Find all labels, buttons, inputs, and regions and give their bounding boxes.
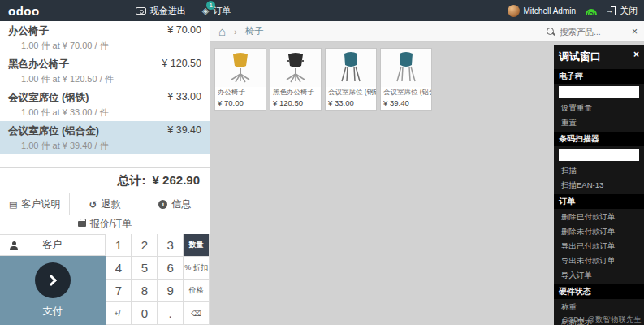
- pay-label: 支付: [43, 305, 63, 318]
- briefcase-icon: [78, 221, 86, 227]
- orderline-name: 会议室席位 (铝合金): [8, 124, 99, 138]
- order-line[interactable]: 黑色办公椅子¥ 120.50 1.00 件 at ¥ 120.50 / 件: [0, 54, 210, 88]
- debug-section-hardware-status: 硬件状态: [554, 284, 644, 299]
- customer-button[interactable]: 客户: [0, 234, 106, 256]
- order-panel: 办公椅子¥ 70.00 1.00 件 at ¥ 70.00 / 件 黑色办公椅子…: [0, 21, 210, 325]
- debug-import-orders-button[interactable]: 导入订单: [559, 268, 639, 283]
- refund-label: 退款: [102, 197, 121, 211]
- info-button[interactable]: i 信息: [140, 193, 210, 215]
- numpad-mode-quantity[interactable]: 数量: [184, 234, 210, 257]
- home-icon[interactable]: ⌂: [218, 25, 226, 37]
- cash-in-out-button[interactable]: 现金进出: [136, 5, 186, 17]
- debug-export-unpaid-orders-button[interactable]: 导出未付款订单: [559, 254, 639, 268]
- debug-scan-ean13-button[interactable]: 扫描EAN-13: [559, 178, 639, 193]
- avatar: [508, 5, 520, 17]
- debug-reset-button[interactable]: 重置: [559, 115, 639, 130]
- numpad-key-9[interactable]: 9: [158, 280, 184, 302]
- orderline-price: ¥ 120.50: [162, 58, 201, 72]
- breadcrumb-category[interactable]: 椅子: [245, 25, 264, 37]
- order-line-selected[interactable]: 会议室席位 (铝合金)¥ 39.40 1.00 件 at ¥ 39.40 / 件: [0, 121, 210, 154]
- product-card[interactable]: 会议室席位 (铝合金) ¥ 39.40: [380, 48, 432, 110]
- topbar-right: Mitchell Admin → 关闭: [508, 5, 644, 17]
- info-label: 信息: [171, 197, 191, 211]
- cashbox-icon: [136, 7, 146, 15]
- search-bar: ×: [547, 21, 638, 42]
- debug-section-scale: 电子秤: [554, 69, 644, 84]
- debug-weight-input[interactable]: [559, 86, 639, 98]
- tags-icon: ◈1: [202, 6, 209, 16]
- numpad-mode-price[interactable]: 价格: [184, 280, 210, 302]
- numpad-key-0[interactable]: 0: [132, 302, 158, 325]
- orderline-name: 会议室席位 (钢铁): [8, 91, 89, 105]
- numpad-key-7[interactable]: 7: [106, 280, 132, 302]
- product-card[interactable]: 会议室席位 (钢铁) ¥ 33.00: [325, 48, 377, 110]
- search-input[interactable]: [560, 27, 626, 37]
- sign-out-icon: →: [607, 6, 616, 15]
- product-card[interactable]: 办公椅子 ¥ 70.00: [214, 48, 266, 110]
- debug-delete-paid-orders-button[interactable]: 删除已付款订单: [559, 210, 639, 224]
- cash-in-out-label: 现金进出: [150, 5, 186, 17]
- orderline-name: 办公椅子: [8, 24, 49, 38]
- chevron-right-icon: ›: [234, 27, 237, 37]
- person-icon: [10, 241, 18, 250]
- close-label: 关闭: [620, 5, 638, 17]
- quotation-order-label: 报价/订单: [90, 217, 132, 231]
- debug-set-weight-button[interactable]: 设置重量: [559, 101, 639, 115]
- debug-scan-button[interactable]: 扫描: [559, 163, 639, 178]
- product-image-conference-chair-alu: [381, 49, 431, 87]
- total-amount: ¥ 262.90: [153, 173, 200, 187]
- numpad-key-5[interactable]: 5: [132, 257, 158, 280]
- debug-window-title: 调试窗口 ×: [559, 48, 639, 67]
- orderline-detail: 1.00 件 at ¥ 120.50 / 件: [8, 72, 201, 85]
- product-price: ¥ 70.00: [215, 98, 266, 109]
- topbar-actions: 现金进出 ◈1 订单: [136, 5, 231, 17]
- order-line[interactable]: 办公椅子¥ 70.00 1.00 件 at ¥ 70.00 / 件: [0, 21, 210, 54]
- numpad: 1 2 3 数量 4 5 6 % 折扣 7 8 9 价格 +/- 0 . ⌫: [106, 234, 210, 325]
- debug-export-paid-orders-button[interactable]: 导出已付款订单: [559, 239, 639, 254]
- search-icon: [547, 28, 555, 37]
- breadcrumb: ⌂ › 椅子 ×: [210, 21, 644, 42]
- control-buttons: ▤ 客户说明 ↺ 退款 i 信息: [0, 193, 210, 215]
- numpad-key-4[interactable]: 4: [106, 257, 132, 280]
- product-image-office-chair: [215, 49, 266, 87]
- orders-label: 订单: [213, 5, 231, 17]
- product-name: 会议室席位 (钢铁): [326, 87, 376, 98]
- numpad-key-dot[interactable]: .: [158, 302, 184, 325]
- pay-button[interactable]: 支付: [0, 256, 106, 325]
- order-total: 总计:¥ 262.90: [0, 167, 210, 193]
- refund-button[interactable]: ↺ 退款: [69, 193, 139, 215]
- customer-note-button[interactable]: ▤ 客户说明: [0, 193, 69, 215]
- product-price: ¥ 33.00: [326, 98, 376, 109]
- wifi-status-icon[interactable]: [586, 6, 597, 15]
- orders-button[interactable]: ◈1 订单: [202, 5, 231, 17]
- order-line-list: 办公椅子¥ 70.00 1.00 件 at ¥ 70.00 / 件 黑色办公椅子…: [0, 21, 210, 167]
- numpad-key-6[interactable]: 6: [158, 257, 184, 280]
- orderline-detail: 1.00 件 at ¥ 39.40 / 件: [8, 138, 201, 152]
- product-price: ¥ 120.50: [270, 98, 321, 109]
- quotation-order-button[interactable]: 报价/订单: [0, 215, 210, 234]
- debug-barcode-input[interactable]: [559, 149, 639, 161]
- close-icon[interactable]: ×: [633, 49, 639, 60]
- debug-delete-unpaid-orders-button[interactable]: 删除未付款订单: [559, 224, 639, 239]
- total-label: 总计:: [118, 173, 146, 187]
- debug-section-orders: 订单: [554, 194, 644, 209]
- numpad-key-backspace[interactable]: ⌫: [184, 302, 210, 325]
- product-name: 黑色办公椅子: [270, 87, 321, 98]
- debug-section-barcode: 条码扫描器: [554, 132, 644, 146]
- order-line[interactable]: 会议室席位 (钢铁)¥ 33.00 1.00 件 at ¥ 33.00 / 件: [0, 88, 210, 121]
- debug-weighing-status: 称重: [559, 300, 639, 314]
- note-icon: ▤: [9, 200, 17, 209]
- numpad-key-8[interactable]: 8: [132, 280, 158, 302]
- numpad-key-2[interactable]: 2: [132, 234, 158, 257]
- product-card[interactable]: 黑色办公椅子 ¥ 120.50: [270, 48, 322, 110]
- user-menu[interactable]: Mitchell Admin: [508, 5, 576, 17]
- numpad-key-1[interactable]: 1: [106, 234, 132, 257]
- info-icon: i: [158, 200, 167, 209]
- orders-count-badge: 1: [206, 1, 215, 10]
- numpad-key-plusminus[interactable]: +/-: [106, 302, 132, 325]
- orderline-price: ¥ 39.40: [167, 124, 201, 138]
- numpad-key-3[interactable]: 3: [158, 234, 184, 257]
- clear-search-icon[interactable]: ×: [632, 26, 638, 37]
- numpad-mode-discount[interactable]: % 折扣: [184, 257, 210, 280]
- close-session-button[interactable]: → 关闭: [607, 5, 638, 17]
